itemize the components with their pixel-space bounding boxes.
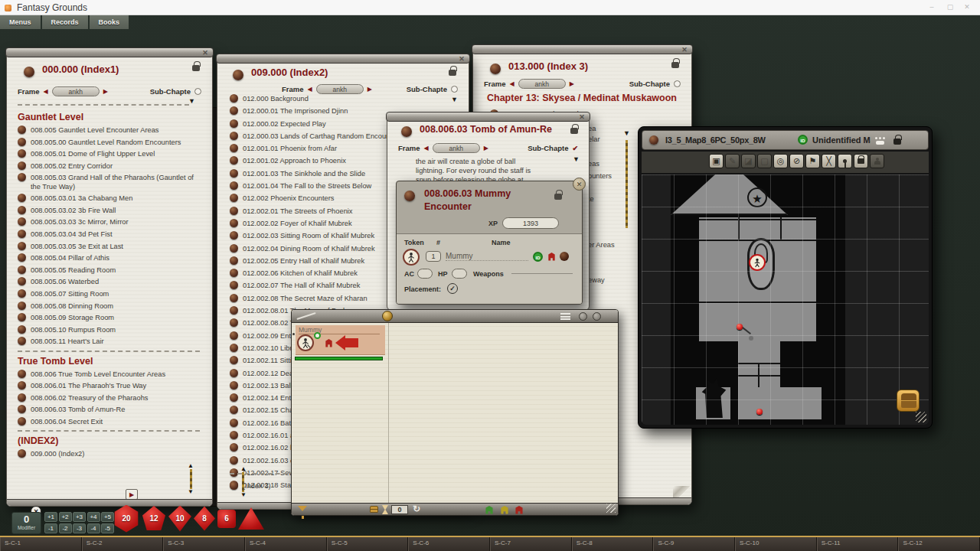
d10-die[interactable]: 10 [168, 506, 191, 532]
prev-frame-icon[interactable]: ◀ [308, 86, 312, 93]
orb-button-icon[interactable] [560, 252, 569, 261]
window-orb-icon[interactable] [649, 135, 658, 145]
list-item[interactable]: 008.005.00 Gauntlet Level Random Encount… [18, 138, 201, 147]
resize-grip[interactable] [606, 504, 616, 513]
list-item[interactable]: 008.006.01 The Pharaoh's True Way [18, 381, 201, 390]
modifier-minus-button[interactable]: -5 [101, 523, 114, 533]
list-item[interactable]: 008.005.01 Dome of Flight Upper Level [18, 149, 201, 158]
mummy-token-icon[interactable] [297, 334, 314, 351]
treasure-chest-icon[interactable] [897, 390, 920, 412]
lock-icon[interactable] [449, 70, 456, 76]
hotkey-slot[interactable]: S-C-7 [490, 537, 572, 551]
tracker-entry-mummy[interactable]: Mummy [296, 325, 385, 355]
map-tool-pin-button[interactable] [838, 154, 852, 168]
hotkey-slot[interactable]: S-C-8 [572, 537, 654, 551]
minimize-button[interactable]: – [923, 2, 940, 13]
close-button[interactable] [593, 312, 601, 321]
subchapter-radio[interactable] [674, 80, 681, 87]
map-tool-lock-button[interactable] [854, 154, 868, 168]
map-tool-flag-button[interactable]: ⚑ [805, 154, 820, 168]
window-orb-icon[interactable] [401, 126, 412, 137]
lock-icon[interactable] [570, 128, 578, 134]
list-item[interactable]: 008.006.04 Secret Exit [18, 417, 201, 426]
modifier-plus-button[interactable]: +3 [73, 512, 86, 522]
frame-value[interactable]: ankh [518, 79, 566, 89]
next-frame-icon[interactable]: ▶ [368, 86, 372, 93]
d6-die[interactable]: 6 [217, 510, 236, 528]
ac-field[interactable] [417, 269, 433, 279]
list-item[interactable]: 008.005.03.02 3b Fire Wall [18, 206, 201, 215]
list-item[interactable]: 008.005.06 Waterbed [18, 277, 201, 286]
close-icon[interactable]: ✕ [457, 54, 466, 64]
map-canvas[interactable]: ★ [642, 174, 929, 425]
close-button[interactable]: ✕ [959, 2, 975, 13]
menu-tab-books[interactable]: Books [90, 15, 129, 29]
map-drag-bar[interactable]: I3_5_Map8_6PC_50px_8W ID Unidentified Ma… [642, 130, 929, 150]
modifier-minus-button[interactable]: -3 [73, 523, 86, 533]
tracker-drag-bar[interactable] [292, 310, 618, 323]
window-orb-icon[interactable] [490, 64, 501, 74]
list-item[interactable]: 008.005.03.05 3e Exit at Last [18, 242, 201, 251]
frame-value[interactable]: ankh [52, 86, 100, 96]
menu-tab-menus[interactable]: Menus [0, 15, 41, 29]
next-frame-icon[interactable]: ▶ [570, 80, 574, 87]
modifier-plus-button[interactable]: +2 [59, 512, 72, 522]
prev-frame-icon[interactable]: ◀ [424, 145, 429, 152]
pin-marker-icon[interactable]: ▼ [623, 129, 630, 137]
close-button[interactable]: ✕ [573, 178, 586, 191]
map-pin[interactable] [737, 324, 743, 330]
hotkey-slot[interactable]: S-C-5 [327, 537, 409, 551]
window-orb-icon[interactable] [404, 191, 415, 201]
combat-tracker-window[interactable]: Mummy 0 ↻ [291, 309, 619, 516]
scroll-up-icon[interactable]: ▲ [240, 466, 247, 472]
d8-die[interactable]: 8 [194, 507, 215, 531]
lock-icon[interactable] [554, 194, 562, 200]
modifier-plus-button[interactable]: +5 [101, 512, 114, 522]
list-item[interactable]: 008.005 Gauntlet Level Encounter Areas [18, 126, 201, 135]
hotkey-slot[interactable]: S-C-12 [898, 537, 980, 551]
hotkey-slot[interactable]: S-C-9 [653, 537, 735, 551]
window-drag-bar[interactable]: ✕ [386, 112, 590, 122]
modifier-plus-button[interactable]: +4 [87, 512, 100, 522]
list-item[interactable]: 009.000 (Index2) [18, 449, 201, 458]
list-item[interactable]: 008.005.07 Sitting Room [18, 289, 201, 298]
prev-frame-icon[interactable]: ◀ [44, 88, 48, 95]
next-frame-icon[interactable]: ▶ [484, 145, 488, 152]
map-pin[interactable] [756, 409, 763, 415]
helm-icon[interactable] [325, 339, 333, 347]
map-tool-target-button[interactable]: ◎ [773, 154, 788, 168]
scroll-down-icon[interactable]: ▼ [240, 492, 247, 498]
hotkey-slot[interactable]: S-C-1 [0, 537, 82, 551]
modifier-minus-button[interactable]: -1 [44, 523, 57, 533]
xp-value[interactable]: 1393 [502, 217, 559, 229]
modifier-minus-button[interactable]: -2 [59, 523, 72, 533]
hotkey-slot[interactable]: S-C-10 [735, 537, 817, 551]
scrollbar-handle[interactable]: ▲ ▼ [188, 463, 194, 495]
target-toggle-icon[interactable] [314, 332, 321, 339]
menu-tab-records[interactable]: Records [42, 15, 88, 29]
help-button[interactable] [579, 312, 587, 321]
scrollbar-handle[interactable]: ▲ ▼ [240, 466, 247, 498]
lock-icon[interactable] [893, 139, 901, 145]
close-icon[interactable]: ✕ [201, 48, 210, 57]
weapons-field[interactable] [511, 273, 573, 274]
hp-field[interactable] [452, 269, 467, 279]
hostile-helm-icon[interactable] [514, 506, 524, 514]
resize-grip[interactable] [916, 412, 926, 422]
token-count-field[interactable]: 1 [426, 251, 441, 262]
id-badge-icon[interactable]: ID [533, 252, 543, 262]
list-item[interactable]: 008.005.02 Entry Corridor [18, 161, 201, 171]
map-tool-fullscreen-button[interactable]: ▣ [709, 154, 724, 168]
list-item[interactable]: 008.005.03.01 3a Chabang Men [18, 194, 201, 203]
list-item[interactable]: 008.005.08 Dinning Room [18, 302, 201, 311]
window-drag-bar[interactable]: ✕ [216, 54, 470, 64]
window-drag-bar[interactable]: ✕ [472, 44, 693, 54]
d4-die[interactable] [238, 507, 264, 530]
modifier-minus-button[interactable]: -4 [87, 523, 100, 533]
map-window[interactable]: I3_5_Map8_6PC_50px_8W ID Unidentified Ma… [638, 126, 933, 429]
prev-frame-icon[interactable]: ◀ [510, 80, 514, 87]
id-badge-icon[interactable]: ID [798, 135, 808, 145]
window-orb-icon[interactable] [24, 67, 34, 77]
hotkey-slot[interactable]: S-C-3 [163, 537, 245, 551]
d12-die[interactable]: 12 [142, 506, 166, 531]
